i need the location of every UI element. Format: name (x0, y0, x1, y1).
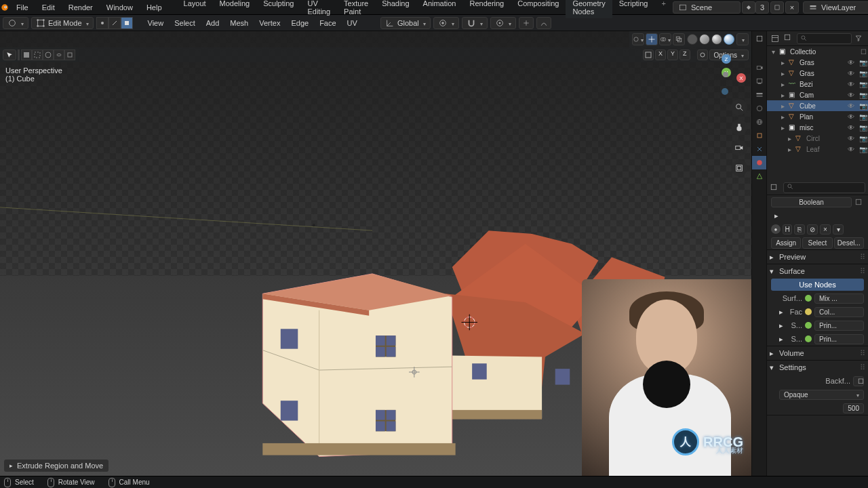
mesh-menu[interactable]: Mesh (226, 19, 252, 27)
expand-icon[interactable]: ▸ (779, 124, 786, 131)
menu-window[interactable]: Window (100, 1, 140, 14)
pan-button[interactable] (731, 119, 747, 136)
shading-wireframe[interactable] (687, 34, 698, 45)
prop-editor-type[interactable] (752, 31, 766, 46)
last-operator-panel[interactable]: ▸ Extrude Region and Move (4, 460, 108, 472)
prop-tab-output[interactable] (752, 75, 766, 88)
expand-icon[interactable]: ▾ (770, 48, 776, 56)
node-socket-icon[interactable] (805, 308, 812, 315)
axis-x[interactable]: X (655, 49, 666, 60)
outliner-row[interactable]: ▸▽Cube👁📷 (767, 100, 868, 111)
gizmo-negz-axis[interactable] (722, 88, 728, 95)
view3d[interactable]: X Y Z Options User Perspective (1) Cube (0, 31, 751, 476)
tab-uv-editing[interactable]: UV Editing (300, 0, 337, 18)
shading-options-dropdown[interactable] (736, 33, 749, 45)
prop-tab-object[interactable] (752, 129, 766, 142)
blend-mode-dropdown[interactable]: Opaque (779, 390, 864, 400)
hide-viewport-toggle[interactable]: 👁 (846, 135, 856, 142)
disable-render-toggle[interactable]: 📷 (859, 92, 868, 99)
view-menu[interactable]: View (144, 19, 168, 27)
show-overlays-toggle[interactable] (659, 33, 671, 45)
uv-menu[interactable]: UV (343, 19, 361, 27)
outliner-display-mode[interactable] (783, 33, 794, 44)
scene-pin-button[interactable] (742, 1, 755, 14)
shading-rendered[interactable] (724, 34, 734, 45)
tab-modeling[interactable]: Modeling (213, 0, 257, 18)
expand-icon[interactable]: ▸ (779, 81, 786, 88)
outliner-row-root[interactable]: ▾ ▣ Collectio ☐ (767, 46, 868, 57)
select-mode-edge[interactable] (108, 17, 121, 29)
disable-render-toggle[interactable]: 📷 (859, 113, 868, 121)
outliner-row[interactable]: ▸〰Bezi👁📷 (767, 79, 868, 89)
proportional-edit-toggle[interactable] (490, 17, 516, 29)
disable-render-toggle[interactable]: 📷 (859, 59, 868, 66)
tab-rendering[interactable]: Rendering (462, 0, 511, 18)
face-menu[interactable]: Face (315, 19, 340, 27)
grip-icon[interactable]: ⠿ (860, 363, 865, 372)
transform-orientation-dropdown[interactable]: Global (380, 17, 431, 29)
panel-settings[interactable]: ▾ Settings ⠿ (767, 361, 868, 374)
prop-tab-viewlayer[interactable] (752, 88, 766, 102)
select-circle[interactable] (43, 49, 54, 60)
hide-viewport-toggle[interactable]: 👁 (846, 81, 856, 88)
scene-new-button[interactable] (770, 1, 784, 14)
expand-icon[interactable]: ▸ (779, 70, 786, 77)
hide-viewport-toggle[interactable]: 👁 (846, 92, 856, 99)
select-mode-face[interactable] (121, 17, 133, 29)
panel-surface[interactable]: ▾ Surface ⠿ (767, 264, 868, 278)
outliner-row[interactable]: ▸▽Plan👁📷 (767, 111, 868, 122)
extra-tool-2[interactable] (536, 17, 551, 29)
expand-icon[interactable]: ▸ (786, 135, 793, 142)
viewlayer-field[interactable]: ViewLayer (803, 1, 868, 14)
tab-sculpting[interactable]: Sculpting (256, 0, 300, 18)
menu-edit[interactable]: Edit (35, 1, 62, 14)
expand-icon[interactable]: ▸ (779, 92, 786, 99)
show-gizmo-toggle[interactable] (646, 33, 658, 45)
outliner-row[interactable]: ▸▣misc👁📷 (767, 122, 868, 133)
axis-y[interactable]: Y (667, 49, 678, 60)
row-s1-value[interactable]: Prin... (814, 321, 864, 331)
slot-btn-2[interactable]: ⊘ (807, 224, 818, 235)
row-surface-value[interactable]: Mix ... (814, 293, 864, 304)
zoom-button[interactable] (731, 99, 747, 115)
expand-icon[interactable]: ▸ (779, 113, 786, 121)
disable-render-toggle[interactable]: 📷 (859, 70, 868, 77)
hide-viewport-toggle[interactable]: 👁 (846, 113, 856, 121)
grip-icon[interactable]: ⠿ (860, 349, 865, 358)
prop-tab-material[interactable] (752, 156, 766, 169)
slot-letter[interactable]: H (783, 224, 792, 235)
edge-menu[interactable]: Edge (287, 19, 313, 27)
exclude-toggle[interactable]: ☐ (859, 48, 868, 56)
prop-tab-world[interactable] (752, 115, 766, 129)
expand-icon[interactable]: ▸ (786, 146, 793, 153)
select-tweak[interactable] (21, 49, 32, 60)
nav-gizmo[interactable]: Z Y X (705, 54, 746, 95)
tab-geometry-nodes[interactable]: Geometry Nodes (566, 0, 612, 18)
disable-render-toggle[interactable]: 📷 (859, 81, 868, 88)
outliner-tree[interactable]: ▾ ▣ Collectio ☐ ▸▽Gras👁📷▸▽Gras👁📷▸〰Bezi👁📷… (767, 46, 868, 180)
prop-tab-render[interactable] (752, 61, 766, 75)
select-extend[interactable] (64, 49, 75, 60)
properties-search[interactable] (783, 182, 865, 193)
outliner-row[interactable]: ▸▣Cam👁📷 (767, 89, 868, 100)
grip-icon[interactable]: ⠿ (860, 267, 865, 276)
disable-render-toggle[interactable]: 📷 (859, 102, 868, 110)
select-mode-vertex[interactable] (96, 17, 108, 29)
xray-toggle[interactable] (673, 33, 685, 45)
shading-solid[interactable] (699, 34, 710, 45)
extra-tool-1[interactable] (519, 17, 534, 29)
hide-viewport-toggle[interactable]: 👁 (846, 124, 856, 131)
numeric-500[interactable]: 500 (843, 403, 864, 413)
editor-type-button[interactable] (3, 17, 28, 29)
hide-viewport-toggle[interactable]: 👁 (846, 146, 856, 153)
outliner-editor-type[interactable] (770, 33, 781, 44)
disable-render-toggle[interactable]: 📷 (859, 124, 868, 131)
menu-help[interactable]: Help (140, 1, 169, 14)
node-socket-icon[interactable] (805, 295, 812, 302)
gizmo-z-axis[interactable]: Z (722, 54, 731, 64)
gizmo-x-axis[interactable]: X (736, 73, 746, 83)
row-s2-value[interactable]: Prin... (814, 334, 864, 344)
tab-layout[interactable]: Layout (177, 0, 213, 18)
select-visible-toggle[interactable] (643, 49, 654, 60)
hide-viewport-toggle[interactable]: 👁 (846, 59, 856, 66)
